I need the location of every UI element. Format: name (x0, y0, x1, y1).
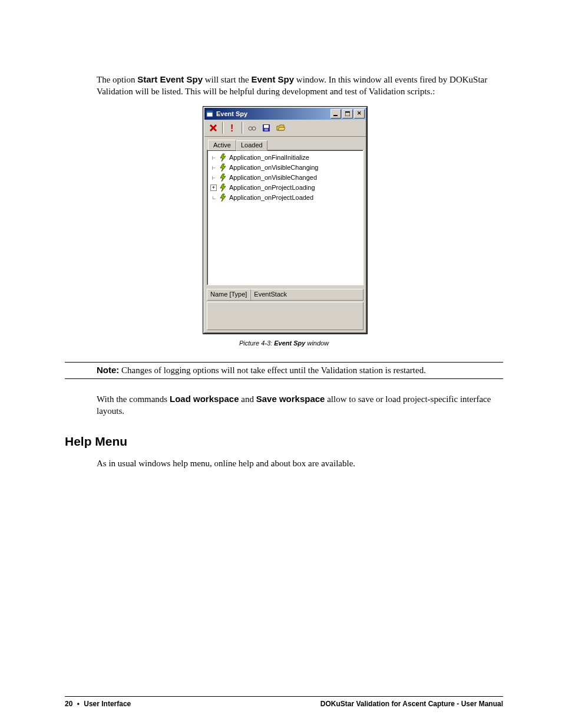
caption-bold: Event Spy (274, 340, 305, 347)
svg-text:!: ! (230, 123, 233, 133)
svg-marker-15 (278, 127, 285, 130)
paragraph-3: As in usual windows help menu, online he… (97, 457, 503, 469)
page-number: 20 (65, 700, 72, 708)
footer-bullet: • (75, 700, 82, 708)
lightning-icon (219, 183, 227, 192)
delete-icon[interactable] (207, 121, 220, 134)
term-start-event-spy: Start Event Spy (137, 74, 203, 84)
tab-active[interactable]: Active (208, 140, 236, 150)
tree-item[interactable]: ∟ Application_onProjectLoaded (209, 193, 362, 203)
expand-icon[interactable]: + (210, 185, 217, 191)
tree-branch-icon: ⊢ (209, 154, 219, 161)
open-icon[interactable] (274, 121, 287, 134)
svg-rect-2 (333, 115, 338, 116)
note-text: Changes of logging options will not take… (119, 365, 426, 375)
tree-item[interactable]: ⊢ Application_onVisibleChanging (209, 163, 362, 173)
save-icon[interactable] (260, 121, 273, 134)
tab-loaded[interactable]: Loaded (236, 140, 267, 151)
footer-section: User Interface (84, 700, 131, 708)
detail-label: Name [Type] (207, 289, 250, 300)
close-button[interactable]: ✕ (354, 109, 365, 118)
term-load-workspace: Load workspace (170, 394, 239, 404)
svg-rect-12 (264, 125, 269, 128)
page-footer: 20 • User Interface DOKuStar Validation … (65, 696, 503, 708)
rule-bottom (65, 378, 503, 379)
separator (222, 122, 224, 134)
warning-icon[interactable]: ! (226, 121, 239, 134)
rule-top (65, 362, 503, 363)
tree-item-label: Application_onProjectLoaded (229, 194, 313, 201)
heading-help-menu: Help Menu (65, 434, 503, 449)
term-save-workspace: Save workspace (256, 394, 325, 404)
titlebar[interactable]: Event Spy ✕ (204, 108, 366, 120)
tree-item-label: Application_onProjectLoading (229, 184, 315, 191)
tree-branch-icon: ∟ (209, 195, 219, 201)
tree-item[interactable]: ⊢ Application_onFinalInitialize (209, 153, 362, 163)
tree-item-label: Application_onFinalInitialize (229, 154, 309, 161)
minimize-button[interactable] (330, 109, 341, 118)
maximize-button[interactable] (342, 109, 353, 118)
paragraph-1: The option Start Event Spy will start th… (97, 74, 503, 98)
glasses-icon[interactable] (246, 121, 259, 134)
event-tree[interactable]: ⊢ Application_onFinalInitialize ⊢ Applic… (207, 150, 363, 285)
svg-rect-4 (345, 111, 350, 113)
paragraph-2: With the commands Load workspace and Sav… (97, 393, 503, 417)
separator (242, 122, 243, 134)
note-line: Note: Changes of logging options will no… (97, 365, 503, 375)
svg-rect-1 (207, 111, 213, 113)
event-spy-window: Event Spy ✕ ! Active Loaded ⊢ (203, 107, 367, 334)
svg-point-9 (252, 127, 256, 130)
caption-prefix: Picture 4-3: (239, 340, 274, 347)
svg-marker-17 (220, 164, 226, 172)
tree-branch-icon: ⊢ (209, 164, 219, 171)
footer-left: 20 • User Interface (65, 700, 131, 708)
svg-point-8 (249, 127, 252, 130)
text: With the commands (97, 394, 170, 404)
tree-item-label: Application_onVisibleChanged (229, 174, 317, 181)
text: The option (97, 75, 137, 84)
detail-panel (207, 302, 363, 330)
lightning-icon (219, 153, 227, 162)
tree-item-label: Application_onVisibleChanging (229, 164, 318, 171)
tab-strip: Active Loaded (204, 137, 366, 150)
svg-marker-20 (220, 194, 226, 202)
lightning-icon (219, 193, 227, 202)
tree-item[interactable]: + Application_onProjectLoading (209, 183, 362, 193)
term-event-spy: Event Spy (252, 74, 295, 84)
detail-value: EventStack (250, 289, 363, 300)
text: and (239, 394, 256, 404)
figure-caption: Picture 4-3: Event Spy window (203, 340, 365, 347)
note-label: Note: (97, 365, 119, 375)
tree-item[interactable]: ⊢ Application_onVisibleChanged (209, 173, 362, 183)
text: will start the (203, 75, 252, 84)
svg-rect-13 (265, 129, 268, 131)
svg-marker-19 (220, 184, 226, 192)
svg-marker-18 (220, 174, 226, 182)
caption-suffix: window (305, 340, 329, 347)
tree-branch-icon: ⊢ (209, 174, 219, 181)
toolbar: ! (204, 120, 366, 137)
footer-right: DOKuStar Validation for Ascent Capture -… (320, 700, 503, 708)
window-title: Event Spy (216, 110, 329, 117)
lightning-icon (219, 163, 227, 172)
svg-marker-16 (220, 154, 226, 162)
detail-bar: Name [Type] EventStack (207, 289, 363, 301)
lightning-icon (219, 173, 227, 182)
app-icon (206, 110, 214, 118)
